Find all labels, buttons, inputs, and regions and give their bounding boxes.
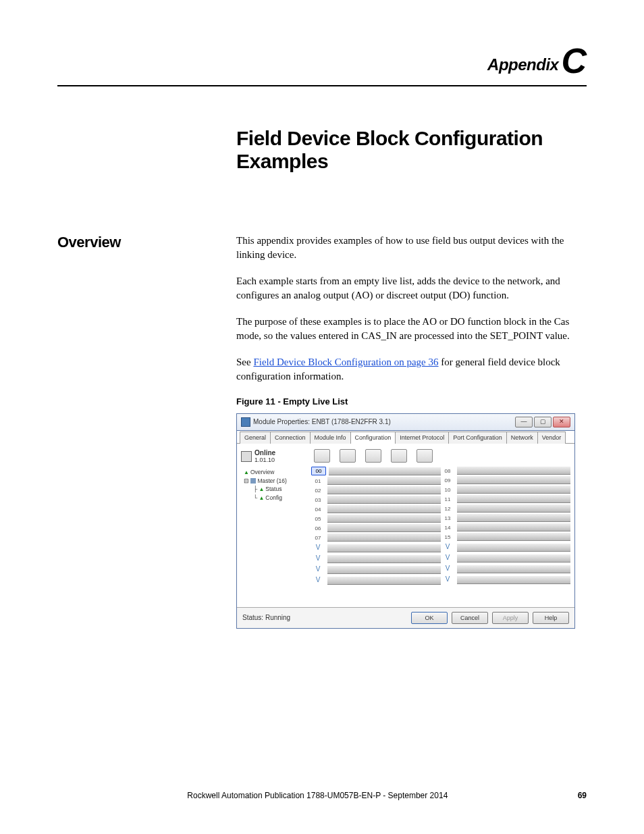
- slot-address: V: [311, 554, 325, 563]
- slot-address: V: [441, 575, 454, 584]
- slot-address: V: [441, 542, 454, 552]
- slot-address: 13: [441, 515, 454, 522]
- slot-bar: [327, 555, 441, 563]
- slot-address: 10: [441, 486, 454, 494]
- device-slot[interactable]: 03: [311, 496, 441, 504]
- device-slot[interactable]: V: [311, 543, 441, 552]
- tab-connection[interactable]: Connection: [270, 432, 311, 444]
- slot-bar: [457, 554, 570, 563]
- device-slot[interactable]: 14: [441, 523, 570, 531]
- slot-bar: [327, 566, 441, 574]
- device-slot[interactable]: 08: [441, 467, 570, 475]
- minimize-button[interactable]: —: [515, 417, 533, 427]
- paragraph: This appendix provides examples of how t…: [236, 234, 587, 262]
- online-label: Online: [254, 449, 275, 457]
- tab-internet-protocol[interactable]: Internet Protocol: [395, 432, 449, 444]
- paragraph: The purpose of these examples is to plac…: [236, 315, 587, 343]
- device-slot[interactable]: 13: [441, 514, 570, 522]
- slot-address: V: [311, 565, 325, 574]
- publication-id: Rockwell Automation Publication 1788-UM0…: [187, 791, 448, 800]
- slot-bar: [457, 514, 570, 522]
- appendix-label: Appendix: [487, 55, 558, 74]
- device-slot[interactable]: 10: [441, 486, 570, 494]
- online-version: 1.01.10: [254, 457, 275, 463]
- tab-configuration[interactable]: Configuration: [350, 432, 396, 444]
- paragraph: See Field Device Block Configuration on …: [236, 355, 587, 384]
- tab-vendor[interactable]: Vendor: [537, 432, 566, 444]
- device-slot[interactable]: V: [311, 575, 441, 585]
- device-slot[interactable]: 11: [441, 495, 570, 503]
- online-indicator: Online1.01.10: [241, 449, 308, 464]
- slot-bar: [457, 523, 570, 531]
- device-slot[interactable]: 04: [311, 505, 441, 513]
- slot-bar: [457, 486, 570, 494]
- slot-bar: [457, 476, 570, 484]
- slot-bar: [327, 486, 441, 494]
- tab-port-configuration[interactable]: Port Configuration: [448, 432, 507, 444]
- device-slot[interactable]: V: [441, 542, 570, 552]
- device-slot[interactable]: 05: [311, 515, 441, 523]
- slot-bar: [457, 576, 570, 584]
- slot-bar: [457, 533, 570, 541]
- slot-bar: [327, 524, 441, 532]
- close-button[interactable]: ✕: [553, 417, 570, 427]
- toolbar-button[interactable]: [340, 449, 356, 463]
- cross-ref-link[interactable]: Field Device Block Configuration on page…: [253, 357, 438, 367]
- tab-network[interactable]: Network: [506, 432, 538, 444]
- device-slot[interactable]: 00: [311, 467, 441, 475]
- device-slot[interactable]: 01: [311, 477, 441, 485]
- toolbar-button[interactable]: [391, 449, 407, 463]
- paragraph: Each example starts from an empty live l…: [236, 274, 587, 303]
- dialog-icon: [241, 417, 250, 427]
- tab-general[interactable]: General: [240, 432, 271, 444]
- maximize-button[interactable]: ▢: [534, 417, 552, 427]
- slot-bar: [327, 544, 441, 552]
- slot-address: 03: [311, 496, 325, 504]
- tree-overview[interactable]: Overview: [250, 469, 274, 475]
- appendix-header: AppendixC: [57, 41, 587, 81]
- apply-button[interactable]: Apply: [492, 612, 529, 625]
- toolbar-button[interactable]: [417, 449, 433, 463]
- header-rule: [57, 85, 587, 86]
- help-button[interactable]: Help: [533, 612, 569, 625]
- ok-button[interactable]: OK: [411, 612, 448, 625]
- slot-address: 04: [311, 506, 325, 513]
- tree-config[interactable]: Config: [265, 494, 282, 501]
- slot-address: 05: [311, 515, 325, 523]
- device-slot[interactable]: 15: [441, 533, 570, 541]
- cancel-button[interactable]: Cancel: [452, 612, 488, 625]
- nav-tree[interactable]: ▲Overview ⊟ Master (16) ├ ▲Status └ ▲Con…: [241, 468, 308, 503]
- device-slot[interactable]: 02: [311, 486, 441, 494]
- slot-address: 09: [441, 477, 454, 484]
- slot-address: 02: [311, 487, 325, 494]
- toolbar-button[interactable]: [365, 449, 381, 463]
- device-slot[interactable]: 06: [311, 524, 441, 532]
- device-slot[interactable]: 09: [441, 476, 570, 484]
- slot-address: 07: [311, 534, 325, 542]
- device-slot[interactable]: V: [311, 565, 441, 574]
- slot-bar: [327, 577, 441, 585]
- slot-bar: [329, 467, 441, 475]
- slot-address: 15: [441, 533, 454, 541]
- device-slot[interactable]: V: [441, 575, 570, 584]
- status-text: Status: Running: [242, 613, 290, 623]
- device-slot[interactable]: V: [441, 564, 570, 573]
- slot-bar: [457, 495, 570, 503]
- tab-module-info[interactable]: Module Info: [310, 432, 351, 444]
- slot-address: V: [441, 553, 454, 563]
- device-slot[interactable]: 12: [441, 504, 570, 513]
- module-properties-dialog: Module Properties: ENBT (1788-EN2FFR 3.1…: [236, 413, 575, 629]
- tree-master[interactable]: Master (16): [257, 477, 286, 484]
- slot-address: V: [311, 543, 325, 552]
- toolbar-button[interactable]: [314, 449, 330, 463]
- slot-bar: [327, 505, 441, 513]
- device-slot[interactable]: V: [311, 554, 441, 563]
- slot-address: 11: [441, 496, 454, 503]
- slot-bar: [327, 533, 441, 542]
- device-slot[interactable]: V: [441, 553, 570, 563]
- slot-address: 00: [311, 467, 326, 475]
- dialog-title: Module Properties: ENBT (1788-EN2FFR 3.1…: [253, 417, 391, 427]
- tree-status[interactable]: Status: [265, 486, 281, 492]
- device-slot[interactable]: 07: [311, 533, 441, 542]
- slot-address: V: [441, 564, 454, 573]
